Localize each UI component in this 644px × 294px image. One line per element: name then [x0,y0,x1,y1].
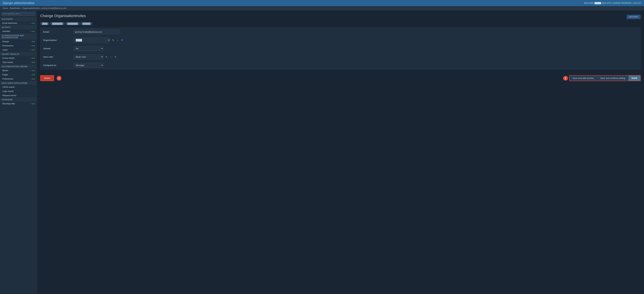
user-role-select[interactable]: Base User Admin Manager [73,54,104,59]
user-role-view-icon[interactable]: 👁 [114,55,117,59]
sidebar-section-audit: EASY AUDIT APPLICATION [0,81,37,85]
pill-4: ██████ [80,22,92,25]
main-layout: ACCOUNTS Email addresses + Add ACTIVITY … [0,10,644,294]
sidebar-add-blocks[interactable]: + Add [30,69,35,71]
sidebar-section-auth: AUTHENTICATION AND AUTHORIZATION [0,33,37,39]
breadcrumb-model[interactable]: OrganisationInvites [22,7,40,9]
sidebar-label-activities: Activities [2,30,10,32]
page-title: Change OrganisationInvites [40,14,86,18]
save-button[interactable]: SAVE [628,75,640,81]
sidebar-add-email-addresses[interactable]: + Add [30,22,35,24]
joined-select[interactable]: No Yes [73,46,104,51]
breadcrumb: Home › Stakeholder › OrganisationInvites… [0,6,644,10]
user-role-label: User role: [43,56,73,58]
form-row-email: Email: [40,28,640,36]
sidebar-add-activities[interactable]: + Add [30,30,35,32]
user-role-add-icon[interactable]: + [110,55,112,59]
content-top-row: Change OrganisationInvites HISTORY [40,14,641,20]
email-label: Email: [43,31,73,33]
joined-field-container: No Yes [73,46,638,51]
sidebar-label-email-addresses: Email addresses [2,22,17,24]
sidebar-label-permissions: Permissions [2,44,13,47]
sidebar-label-pages: Pages [2,73,8,76]
sidebar-add-preferences[interactable]: + Add [30,78,35,80]
form-row-joined: Joined: No Yes [40,44,640,53]
action-row: Delete 2 1 Save and add another Save and… [40,73,641,83]
sidebar-item-group-results[interactable]: Group results + Add [0,56,37,60]
username: █████ [594,2,601,4]
sidebar-item-preferences[interactable]: Preferences + Add [0,77,37,81]
organisation-select[interactable]: ████ [73,38,110,42]
sidebar-label-blocks: Blocks [2,69,8,72]
sidebar-add-users[interactable]: + Add [30,49,35,51]
save-and-continue-button[interactable]: Save and continue editing [597,75,628,81]
pill-2: ████████ [50,22,64,25]
breadcrumb-home[interactable]: Home [3,7,8,9]
save-buttons-group: Save and add another Save and continue e… [569,75,641,81]
annotation-badge-2: 2 [57,76,62,81]
sidebar-item-permissions[interactable]: Permissions + Add [0,44,37,48]
change-password-link[interactable]: CHANGE PASSWORD [612,2,632,4]
organisation-edit-icon[interactable]: ✎ [112,38,115,42]
sidebar-section-docs: DOCUMENTATION CENTER [0,64,37,68]
history-button[interactable]: HISTORY [626,15,641,19]
pill-1: ████ [40,22,50,25]
sidebar-label-users: Users [2,49,8,51]
form-row-organisation: Organisation: ████ ✎ + 👁 [40,36,640,44]
sidebar-item-groups[interactable]: Groups + Add [0,39,37,44]
sidebar-label-groups: Groups [2,40,9,43]
sidebar-item-crud-events[interactable]: CRUD events [0,85,37,89]
sidebar-label-preferences: Preferences [2,78,13,80]
assigned-as-field-container: Manager Staff Guest [73,63,638,68]
sidebar-add-pages[interactable]: + Add [30,74,35,76]
sidebar-item-task-results[interactable]: Task results + Add [0,60,37,64]
action-left: Delete 2 [40,75,62,81]
email-input[interactable] [73,30,120,34]
sidebar-label-group-results: Group results [2,57,14,59]
user-role-edit-icon[interactable]: ✎ [105,55,108,59]
sidebar-add-task-results[interactable]: + Add [30,61,35,63]
log-out-link[interactable]: LOG OUT [633,2,641,4]
welcome-text: WELCOME, [584,2,594,4]
organisation-label: Organisation: [43,39,73,41]
sidebar-section-activity: ACTIVITY [0,25,37,29]
sidebar-label-login-events: Login events [2,90,14,92]
sidebar-item-users[interactable]: Users + Add [0,48,37,52]
sidebar-item-login-events[interactable]: Login events [0,89,37,93]
sidebar-section-celery: CELERY RESULTS [0,52,37,56]
breadcrumb-record: jeremy+invite@kartoza.com [42,7,66,9]
breadcrumb-stakeholder[interactable]: Stakeholder [10,7,21,9]
sidebar-add-permissions[interactable]: + Add [30,45,35,47]
sidebar-label-boundary-files: Boundary files [2,102,15,105]
site-title: Django administration [3,1,34,5]
sidebar-item-email-addresses[interactable]: Email addresses + Add [0,21,37,25]
form-row-user-role: User role: Base User Admin Manager ✎ + 👁 [40,53,640,61]
assigned-as-select[interactable]: Manager Staff Guest [73,63,104,68]
sidebar-label-request-events: Request events [2,94,16,97]
annotation-badge-1: 1 [563,76,568,81]
sidebar-add-group-results[interactable]: + Add [30,57,35,59]
sidebar-label-task-results: Task results [2,61,13,63]
sidebar-item-pages[interactable]: Pages + Add [0,73,37,77]
joined-label: Joined: [43,47,73,50]
view-site-link[interactable]: VIEW SITE [602,2,611,4]
action-right: 1 Save and add another Save and continue… [563,75,641,81]
record-pills: ████ ████████ ████████ ██████ [40,22,641,25]
sidebar-item-blocks[interactable]: Blocks + Add [0,68,37,73]
pill-3: ████████ [66,22,80,25]
sidebar-filter-input[interactable] [1,12,36,16]
sidebar-filter-container [0,10,37,17]
organisation-view-icon[interactable]: 👁 [120,38,124,42]
sidebar-item-request-events[interactable]: Request events [0,93,37,98]
sidebar-add-groups[interactable]: + Add [30,40,35,42]
sidebar-item-activities[interactable]: Activities + Add [0,29,37,33]
save-and-add-button[interactable]: Save and add another [570,75,597,81]
user-role-field-container: Base User Admin Manager ✎ + 👁 [73,54,638,59]
sidebar-add-boundary-files[interactable]: + Add [30,103,35,105]
sidebar-section-frontend: FRONTEND [0,98,37,102]
change-form: Email: Organisation: ████ ✎ + 👁 [40,28,641,69]
organisation-add-icon[interactable]: + [116,38,119,42]
email-field-container [73,30,638,34]
sidebar-item-boundary-files[interactable]: Boundary files + Add [0,102,37,106]
delete-button[interactable]: Delete [40,75,54,81]
